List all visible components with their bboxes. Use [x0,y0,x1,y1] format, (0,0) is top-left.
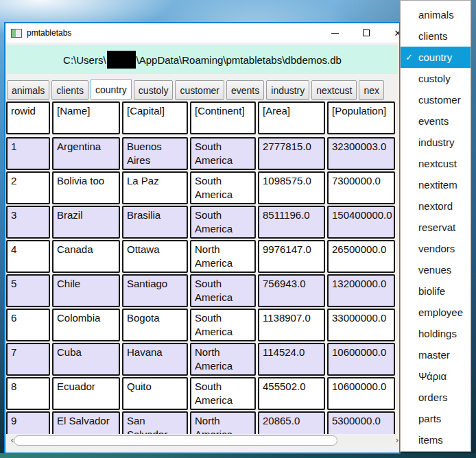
table-cell[interactable]: 3 [6,206,50,239]
table-cell[interactable]: North America [190,343,256,376]
menu-item-label: Ψάρια [418,370,447,382]
horizontal-scrollbar[interactable]: ‹ › [7,435,399,446]
menu-item-employee[interactable]: employee [401,302,471,323]
table-cell[interactable]: 114524.0 [258,343,325,376]
table-cell[interactable]: Havana [122,343,188,376]
tab-clients[interactable]: clients [51,80,88,100]
column-header[interactable]: [Area] [258,101,325,134]
menu-item-nextord[interactable]: nextord [401,195,471,217]
table-cell[interactable]: San Salvador [122,411,188,434]
menu-item-Ψάρια[interactable]: Ψάρια [401,365,471,387]
table-cell[interactable]: 150400000.0 [327,206,395,239]
column-header[interactable]: [Name] [52,101,120,134]
table-cell[interactable]: North America [190,411,256,434]
title-bar[interactable]: pmtabletabs ✕ [5,23,399,43]
tab-nextcust[interactable]: nextcust [311,80,357,100]
table-cell[interactable]: Buenos Aires [122,137,188,170]
table-cell[interactable]: 5300000.0 [327,411,395,434]
table-cell[interactable]: Ecuador [52,377,120,410]
table-cell[interactable]: South America [190,274,256,307]
table-cell[interactable]: 2777815.0 [258,137,325,170]
table-cell[interactable]: South America [190,377,256,410]
table-cell[interactable]: 9 [6,411,50,434]
menu-item-vendors[interactable]: vendors [401,238,471,259]
tab-events[interactable]: events [226,80,264,100]
table-cell[interactable]: 8 [6,377,50,410]
menu-item-master[interactable]: master [401,344,471,365]
table-cell[interactable]: 4 [6,240,50,273]
table-cell[interactable]: El Salvador [52,411,120,434]
table-cell[interactable]: Brazil [52,206,120,239]
table-cell[interactable]: 8511196.0 [258,206,325,239]
table-cell[interactable]: 32300003.0 [327,137,395,170]
scrollbar-thumb[interactable] [14,435,337,446]
table-cell[interactable]: Cuba [52,343,120,376]
table-cell[interactable]: 10600000.0 [327,343,395,376]
table-cell[interactable]: 455502.0 [258,377,325,410]
table-cell[interactable]: Bolivia too [52,171,120,204]
table-cell[interactable]: 756943.0 [258,274,325,307]
tab-industry[interactable]: industry [266,80,309,100]
tab-nex[interactable]: nex [359,80,384,100]
close-button[interactable]: ✕ [382,23,401,43]
menu-item-items[interactable]: items [401,429,471,450]
table-cell[interactable]: 9976147.0 [258,240,325,273]
table-cell[interactable]: Chile [52,274,120,307]
table-cell[interactable]: Santiago [122,274,188,307]
table-cell[interactable]: 5 [6,274,50,307]
table-cell[interactable]: Canada [52,240,120,273]
menu-item-nextcust[interactable]: nextcust [401,153,471,174]
table-cell[interactable]: 26500000.0 [327,240,395,273]
table-cell[interactable]: 7300000.0 [327,171,395,204]
column-header[interactable]: rowid [6,101,50,134]
table-cell[interactable]: 10600000.0 [327,377,395,410]
table-cell[interactable]: Ottawa [122,240,188,273]
table-cell[interactable]: 6 [6,309,50,341]
table-cell[interactable]: La Paz [122,171,188,204]
menu-item-reservat[interactable]: reservat [401,217,471,238]
table-cell[interactable]: Brasilia [122,206,188,239]
menu-item-country[interactable]: ✓country [401,47,471,68]
table-cell[interactable]: Quito [122,377,188,410]
table-cell[interactable]: South America [190,171,256,204]
table-cell[interactable]: Argentina [52,137,120,170]
menu-item-orders[interactable]: orders [401,387,471,408]
tab-customer[interactable]: customer [175,80,224,100]
table-cell[interactable]: South America [190,206,256,239]
tab-custoly[interactable]: custoly [134,80,174,100]
menu-item-parts[interactable]: parts [401,408,471,429]
table-cell[interactable]: 2 [6,171,50,204]
table-cell[interactable]: North America [190,240,256,273]
table-cell[interactable]: 13200000.0 [327,274,395,307]
menu-item-custoly[interactable]: custoly [401,68,471,89]
table-cell[interactable]: Bogota [122,309,188,341]
table-cell[interactable]: 20865.0 [258,411,325,434]
table-cell[interactable]: 1098575.0 [258,171,325,204]
table-cell[interactable]: South America [190,137,256,170]
column-header[interactable]: [Continent] [190,101,256,134]
table-cell[interactable]: 1138907.0 [258,309,325,341]
menu-item-industry[interactable]: industry [401,132,471,153]
menu-item-holdings[interactable]: holdings [401,323,471,344]
menu-item-nextitem[interactable]: nextitem [401,174,471,195]
menu-item-clients[interactable]: clients [401,25,471,47]
table-cell[interactable]: 33000000.0 [327,309,395,341]
menu-item-label: venues [418,264,451,276]
column-header[interactable]: [Capital] [122,101,188,134]
minimize-button[interactable] [319,23,350,43]
menu-item-events[interactable]: events [401,110,471,132]
table-cell[interactable]: 7 [6,343,50,376]
column-header[interactable]: [Population] [327,101,395,134]
menu-item-label: holdings [418,328,457,339]
table-cell[interactable]: Colombia [52,309,120,341]
menu-item-label: orders [418,391,448,403]
maximize-button[interactable] [350,23,382,43]
table-cell[interactable]: 1 [6,137,50,170]
menu-item-customer[interactable]: customer [401,89,471,110]
table-cell[interactable]: South America [190,309,256,341]
tab-country[interactable]: country [91,79,132,100]
menu-item-venues[interactable]: venues [401,259,471,280]
menu-item-animals[interactable]: animals [401,4,471,25]
tab-animals[interactable]: animals [7,80,49,100]
menu-item-biolife[interactable]: biolife [401,280,471,302]
